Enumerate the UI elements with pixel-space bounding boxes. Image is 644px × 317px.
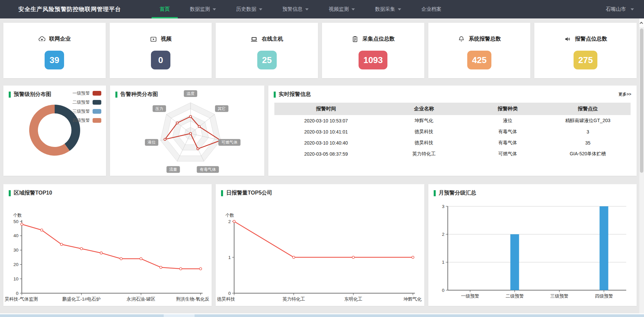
nav-item-history-data[interactable]: 历史数据 bbox=[226, 0, 272, 18]
nav-item-enterprise-archive[interactable]: 企业档案 bbox=[411, 0, 451, 18]
legend-swatch bbox=[93, 91, 101, 96]
chevron-down-icon bbox=[398, 8, 401, 10]
region-name: 石嘴山市 bbox=[606, 6, 626, 12]
horizontal-scrollbar[interactable] bbox=[0, 313, 644, 317]
stat-label: 在线主机 bbox=[262, 36, 283, 43]
vertical-scrollbar-thumb[interactable] bbox=[640, 29, 643, 173]
legend-item[interactable]: 一级预警 bbox=[72, 90, 101, 96]
svg-text:30: 30 bbox=[13, 248, 18, 253]
nav-item-label: 数据监测 bbox=[190, 6, 210, 12]
cell-enterprise-name: 英力特化工 bbox=[378, 148, 470, 159]
warning-level-panel: 预警级别分布图 一级预警 二级预警 三级预警 四级预警 bbox=[3, 86, 106, 176]
monitor-icon bbox=[251, 36, 258, 43]
title-accent-bar bbox=[274, 92, 276, 98]
svg-text:0: 0 bbox=[16, 291, 18, 296]
col-alarm-type: 报警种类 bbox=[470, 103, 545, 115]
region-selector[interactable]: 石嘴山市 bbox=[606, 6, 634, 12]
panel-title-text: 实时报警信息 bbox=[279, 91, 311, 98]
svg-text:50: 50 bbox=[13, 219, 18, 224]
cloud-upload-icon bbox=[38, 36, 45, 43]
nav-item-home[interactable]: 首页 bbox=[150, 0, 180, 18]
table-row: 2020-03-10 10:40:40 德昊科技 有毒气体 35 bbox=[274, 137, 631, 148]
svg-text:0: 0 bbox=[228, 291, 231, 296]
panel-title: 告警种类分布图 bbox=[110, 86, 264, 98]
cell-alarm-type: 有毒气体 bbox=[470, 137, 545, 148]
svg-text:3: 3 bbox=[442, 204, 444, 209]
bell-icon bbox=[458, 36, 465, 43]
vertical-scrollbar[interactable] bbox=[639, 18, 644, 314]
table-row: 2020-03-10 10:53:07 坤辉气化 液位 精醇南罐液位GT_203 bbox=[274, 115, 631, 126]
stat-card-collect-points: 采集点位总数 1093 bbox=[322, 23, 424, 78]
panel-title: 日报警量TOP5公司 bbox=[216, 184, 424, 197]
stat-value-badge: 425 bbox=[467, 51, 491, 69]
title-accent-bar bbox=[9, 190, 11, 196]
stat-card-system-alarms: 系统报警总数 425 bbox=[428, 23, 531, 78]
panel-title: 区域报警TOP10 bbox=[3, 184, 212, 197]
svg-text:2: 2 bbox=[228, 219, 231, 224]
monthly-warning-bar-chart: 0123一级预警二级预警三级预警四级预警 bbox=[428, 201, 636, 305]
nav-item-data-collect[interactable]: 数据采集 bbox=[365, 0, 411, 18]
region-top10-line-chart: 个数01020304050昊科技-气体监测鹏盛化工-1#电石炉永润石油-罐区荆洪… bbox=[3, 201, 211, 305]
svg-text:20: 20 bbox=[13, 262, 18, 267]
video-icon bbox=[150, 36, 157, 43]
stat-value-badge: 275 bbox=[574, 51, 597, 69]
panel-title: 月预警分级汇总 bbox=[428, 184, 637, 197]
legend-swatch bbox=[93, 100, 101, 105]
nav-item-label: 视频监测 bbox=[329, 6, 349, 12]
panel-title-text: 预警级别分布图 bbox=[14, 91, 51, 98]
svg-text:荆洪生物-氧化反: 荆洪生物-氧化反 bbox=[176, 297, 209, 302]
table-row: 2020-03-10 10:41:01 德昊科技 有毒气体 3 bbox=[274, 126, 631, 137]
chevron-down-icon bbox=[631, 8, 634, 10]
svg-text:流量: 流量 bbox=[169, 167, 177, 172]
stat-label: 采集点位总数 bbox=[363, 36, 395, 43]
chevron-down-icon bbox=[352, 8, 355, 10]
svg-text:2: 2 bbox=[442, 232, 444, 237]
more-link[interactable]: 更多>> bbox=[619, 92, 631, 97]
stat-value-badge: 25 bbox=[257, 51, 277, 69]
panel-title: 实时报警信息 bbox=[268, 86, 637, 98]
stat-label: 联网企业 bbox=[49, 36, 71, 43]
svg-text:1: 1 bbox=[228, 255, 231, 260]
svg-text:东明化工: 东明化工 bbox=[344, 297, 363, 302]
cell-alarm-time: 2020-03-10 10:53:07 bbox=[274, 115, 378, 126]
svg-text:液位: 液位 bbox=[147, 140, 156, 145]
chevron-down-icon bbox=[305, 8, 309, 10]
chevron-up-icon bbox=[640, 21, 643, 25]
panel-title-text: 区域报警TOP10 bbox=[14, 190, 52, 197]
svg-text:坤辉气化: 坤辉气化 bbox=[403, 297, 422, 302]
stat-label: 报警点位总数 bbox=[575, 36, 607, 43]
legend-item[interactable]: 三级预警 bbox=[72, 108, 101, 114]
legend-swatch bbox=[93, 118, 101, 123]
svg-text:英力特化工: 英力特化工 bbox=[282, 297, 305, 302]
stat-value-badge: 0 bbox=[151, 51, 170, 69]
stat-card-online-enterprise: 联网企业 39 bbox=[3, 23, 106, 78]
horizontal-scrollbar-thumb[interactable] bbox=[164, 314, 195, 317]
region-top10-panel: 区域报警TOP10 个数01020304050昊科技-气体监测鹏盛化工-1#电石… bbox=[3, 184, 212, 306]
nav-item-label: 首页 bbox=[160, 6, 170, 12]
nav-item-label: 数据采集 bbox=[375, 6, 395, 12]
svg-text:四级预警: 四级预警 bbox=[595, 294, 613, 299]
svg-text:个数: 个数 bbox=[13, 213, 22, 218]
panel-title-text: 月预警分级汇总 bbox=[439, 190, 476, 197]
realtime-alarm-table: 报警时间 企业名称 报警种类 报警点位 2020-03-10 10:53:07 … bbox=[274, 103, 631, 159]
app-title: 安全生产风险预警防控物联网管理平台 bbox=[18, 5, 121, 13]
nav-item-warning-info[interactable]: 预警信息 bbox=[272, 0, 319, 18]
scroll-up-button[interactable] bbox=[639, 18, 644, 27]
svg-text:0: 0 bbox=[442, 288, 444, 293]
cell-alarm-type: 有毒气体 bbox=[470, 126, 545, 137]
title-accent-bar bbox=[221, 190, 223, 196]
legend-label: 四级预警 bbox=[72, 117, 90, 123]
cell-enterprise-name: 德昊科技 bbox=[378, 126, 470, 137]
stat-label: 视频 bbox=[161, 36, 172, 43]
title-accent-bar bbox=[434, 190, 436, 196]
realtime-alarm-panel: 实时报警信息 更多>> 报警时间 企业名称 报警种类 报警点位 2020-03-… bbox=[268, 86, 637, 176]
cell-alarm-time: 2020-03-10 10:41:01 bbox=[274, 126, 378, 137]
nav-item-video-monitor[interactable]: 视频监测 bbox=[319, 0, 365, 18]
legend-item[interactable]: 四级预警 bbox=[72, 117, 101, 123]
nav-item-label: 企业档案 bbox=[421, 6, 441, 12]
nav-item-data-monitor[interactable]: 数据监测 bbox=[180, 0, 226, 18]
legend-item[interactable]: 二级预警 bbox=[72, 99, 101, 105]
svg-text:有毒气体: 有毒气体 bbox=[200, 167, 216, 172]
stat-card-alarm-points: 报警点位总数 275 bbox=[534, 23, 637, 78]
cell-alarm-type: 可燃气体 bbox=[470, 148, 545, 159]
